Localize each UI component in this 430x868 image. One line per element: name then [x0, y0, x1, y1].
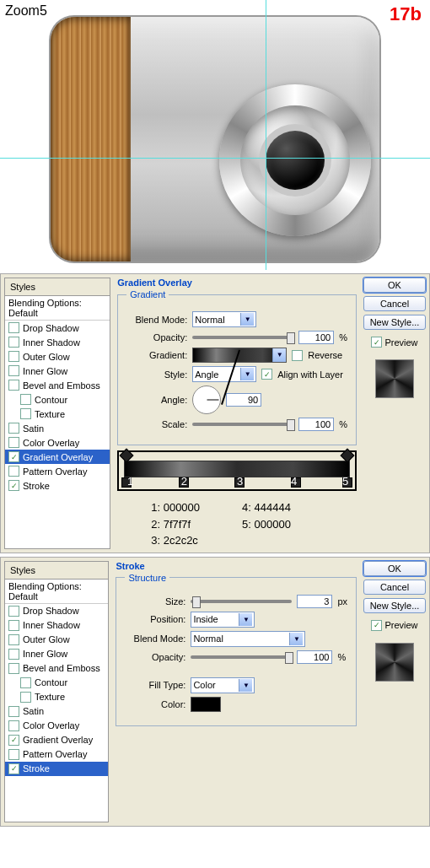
style-item-stroke[interactable]: Stroke [5, 762, 108, 776]
scale-slider[interactable] [192, 423, 293, 426]
opacity-stop[interactable] [120, 449, 134, 463]
styles-header[interactable]: Styles [5, 562, 108, 580]
new-style-button[interactable]: New Style... [363, 315, 426, 330]
style-item-contour[interactable]: Contour [5, 392, 110, 407]
cancel-button[interactable]: Cancel [363, 296, 426, 311]
slider-thumb[interactable] [287, 419, 295, 431]
style-item-gradient-overlay[interactable]: Gradient Overlay [5, 450, 110, 464]
section-title: Stroke [116, 561, 357, 571]
style-item-drop-shadow[interactable]: Drop Shadow [5, 604, 108, 618]
style-item-drop-shadow[interactable]: Drop Shadow [5, 321, 110, 335]
align-checkbox[interactable] [261, 369, 272, 380]
style-item-bevel-and-emboss[interactable]: Bevel and Emboss [5, 661, 108, 676]
angle-input[interactable]: 90 [226, 393, 261, 407]
style-checkbox[interactable] [8, 337, 19, 348]
style-checkbox[interactable] [20, 677, 31, 688]
lens-inner [266, 131, 325, 190]
style-checkbox[interactable] [8, 735, 19, 746]
preview-checkbox[interactable] [371, 337, 382, 348]
style-label: Satin [23, 706, 44, 716]
blend-mode-select[interactable]: Normal▼ [192, 311, 256, 327]
color-label: Color: [125, 699, 185, 709]
section-title: Gradient Overlay [117, 278, 357, 288]
blending-options[interactable]: Blending Options: Default [5, 580, 108, 604]
style-checkbox[interactable] [8, 380, 19, 391]
style-checkbox[interactable] [20, 408, 31, 419]
style-label: Pattern Overlay [23, 749, 87, 759]
style-item-gradient-overlay[interactable]: Gradient Overlay [5, 733, 108, 747]
ok-button[interactable]: OK [363, 561, 426, 576]
scale-input[interactable]: 100 [298, 418, 334, 431]
style-item-pattern-overlay[interactable]: Pattern Overlay [5, 464, 110, 478]
style-checkbox[interactable] [8, 720, 19, 731]
style-item-inner-shadow[interactable]: Inner Shadow [5, 618, 108, 633]
style-select[interactable]: Angle▼ [192, 366, 256, 382]
style-item-contour[interactable]: Contour [5, 676, 108, 690]
style-checkbox[interactable] [8, 351, 19, 362]
style-item-inner-shadow[interactable]: Inner Shadow [5, 335, 110, 349]
slider-thumb[interactable] [287, 332, 295, 344]
opacity-input[interactable]: 100 [297, 650, 332, 664]
stop-colors-legend: 1: 000000 2: 7f7f7f 3: 2c2c2c 4: 444444 … [151, 499, 357, 549]
new-style-button[interactable]: New Style... [363, 598, 426, 613]
gradient-group: Gradient Blend Mode: Normal▼ Opacity: 10… [117, 289, 357, 445]
size-slider[interactable] [191, 600, 292, 603]
style-checkbox[interactable] [8, 480, 19, 491]
style-item-texture[interactable]: Texture [5, 407, 110, 421]
slider-thumb[interactable] [285, 652, 293, 664]
style-item-bevel-and-emboss[interactable]: Bevel and Emboss [5, 378, 110, 392]
style-item-satin[interactable]: Satin [5, 704, 108, 719]
blend-mode-select[interactable]: Normal▼ [191, 631, 305, 647]
style-label: Outer Glow [23, 352, 70, 362]
scale-label: Scale: [126, 419, 187, 429]
opacity-stop[interactable] [341, 449, 355, 463]
style-checkbox[interactable] [8, 606, 19, 617]
preview-swatch [375, 359, 414, 398]
preview-checkbox[interactable] [371, 620, 382, 631]
styles-header[interactable]: Styles [5, 278, 110, 296]
opacity-slider[interactable] [192, 336, 293, 339]
style-checkbox[interactable] [8, 649, 19, 660]
position-select[interactable]: Inside▼ [191, 612, 255, 628]
angle-dial[interactable] [192, 385, 221, 414]
style-checkbox[interactable] [8, 437, 19, 448]
gradient-editor[interactable]: 1 2 3 4 5 [117, 450, 357, 491]
style-item-color-overlay[interactable]: Color Overlay [5, 719, 108, 733]
size-input[interactable]: 3 [297, 595, 332, 608]
gradient-bar[interactable]: 1 2 3 4 5 [124, 461, 350, 477]
style-item-stroke[interactable]: Stroke [5, 478, 110, 493]
opacity-input[interactable]: 100 [298, 331, 334, 344]
cancel-button[interactable]: Cancel [363, 580, 426, 595]
slider-thumb[interactable] [192, 596, 201, 608]
style-item-outer-glow[interactable]: Outer Glow [5, 633, 108, 647]
style-item-texture[interactable]: Texture [5, 690, 108, 704]
color-swatch[interactable] [191, 697, 221, 712]
style-checkbox[interactable] [20, 394, 31, 405]
style-item-outer-glow[interactable]: Outer Glow [5, 349, 110, 364]
style-item-inner-glow[interactable]: Inner Glow [5, 647, 108, 661]
opacity-slider[interactable] [191, 655, 292, 659]
style-checkbox[interactable] [8, 620, 19, 631]
filltype-select[interactable]: Color▼ [191, 677, 255, 693]
style-item-color-overlay[interactable]: Color Overlay [5, 435, 110, 450]
style-checkbox[interactable] [20, 692, 31, 703]
style-checkbox[interactable] [8, 763, 19, 774]
blending-options[interactable]: Blending Options: Default [5, 296, 110, 321]
style-item-inner-glow[interactable]: Inner Glow [5, 364, 110, 378]
style-checkbox[interactable] [8, 466, 19, 477]
style-label: Drop Shadow [23, 606, 79, 616]
style-checkbox[interactable] [8, 423, 19, 434]
style-checkbox[interactable] [8, 663, 19, 674]
style-checkbox[interactable] [8, 749, 19, 760]
style-item-pattern-overlay[interactable]: Pattern Overlay [5, 747, 108, 762]
angle-label: Angle: [126, 395, 187, 405]
style-checkbox[interactable] [8, 322, 19, 333]
ok-button[interactable]: OK [363, 278, 426, 293]
style-item-satin[interactable]: Satin [5, 421, 110, 435]
reverse-checkbox[interactable] [292, 350, 303, 361]
style-checkbox[interactable] [8, 451, 19, 462]
style-checkbox[interactable] [8, 706, 19, 717]
style-checkbox[interactable] [8, 634, 19, 645]
style-checkbox[interactable] [8, 365, 19, 376]
guide-vertical [266, 0, 266, 270]
